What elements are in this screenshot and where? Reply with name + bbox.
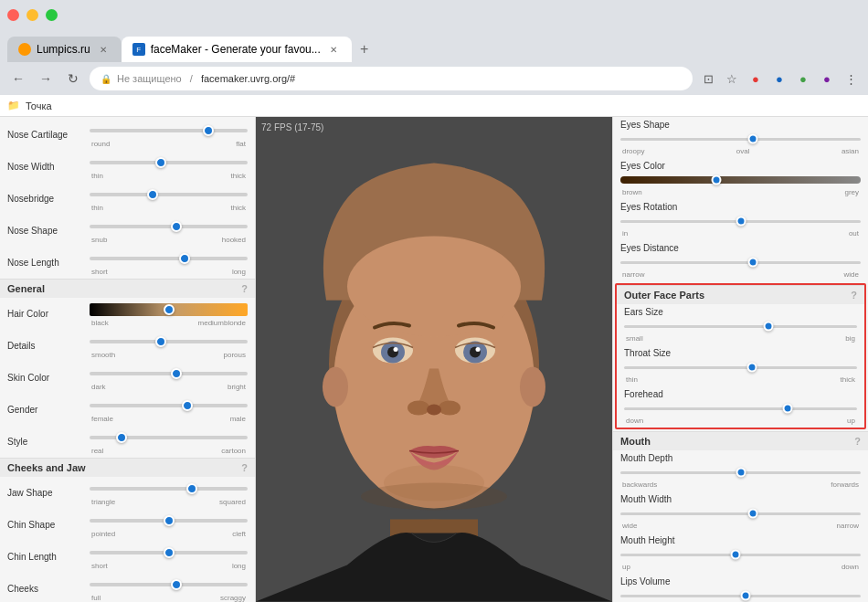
security-text: Не защищено — [117, 73, 182, 84]
eyes-color-label: Eyes Color — [620, 161, 861, 171]
nosebridge-slider[interactable] — [90, 185, 248, 204]
tab-bar: Lumpics.ru ✕ F faceMaker - Generate your… — [0, 29, 868, 62]
tab-label-lumpics: Lumpics.ru — [37, 43, 90, 56]
chin-shape-control: Chin Shape pointedcleft — [0, 509, 255, 541]
mouth-height-slider[interactable] — [620, 546, 861, 563]
details-control: Details smoothporous — [0, 330, 255, 362]
cheeks-jaw-help-icon[interactable]: ? — [241, 462, 248, 473]
nose-length-label: Nose Length — [7, 258, 90, 268]
address-bar: ← → ↻ 🔒 Не защищено / facemaker.uvrg.org… — [0, 62, 868, 95]
eyes-color-slider[interactable] — [620, 172, 861, 188]
outer-face-title: Outer Face Parts — [624, 290, 704, 301]
nose-length-slider[interactable] — [90, 249, 248, 268]
style-control: Style realcartoon — [0, 426, 255, 458]
outer-face-parts-section: Outer Face Parts ? Ears Size smallbig Th… — [615, 283, 866, 429]
mouth-width-label: Mouth Width — [620, 494, 861, 504]
extension1-icon[interactable]: ● — [746, 69, 766, 89]
nose-cartilage-slider[interactable] — [90, 121, 248, 140]
lips-volume-control: Lips Volume thinfull — [613, 574, 868, 602]
close-button[interactable] — [7, 9, 19, 21]
extension4-icon[interactable]: ● — [817, 69, 837, 89]
mouth-title: Mouth — [620, 436, 651, 447]
nose-shape-slider[interactable] — [90, 217, 248, 236]
gender-label: Gender — [7, 405, 90, 415]
general-help-icon[interactable]: ? — [241, 283, 248, 294]
gender-control: Gender femalemale — [0, 394, 255, 426]
mouth-height-control: Mouth Height updown — [613, 533, 868, 574]
nose-width-control: Nose Width thinthick — [0, 151, 255, 183]
svg-point-18 — [439, 401, 460, 416]
nose-width-label: Nose Width — [7, 162, 90, 172]
mouth-depth-slider[interactable] — [620, 464, 861, 481]
svg-point-7 — [323, 367, 348, 407]
jaw-shape-slider[interactable] — [90, 480, 248, 498]
address-input[interactable]: 🔒 Не защищено / facemaker.uvrg.org/# — [90, 67, 693, 90]
mouth-depth-control: Mouth Depth backwardsforwards — [613, 450, 868, 491]
gender-slider[interactable] — [90, 396, 248, 415]
eyes-shape-slider[interactable] — [620, 131, 861, 147]
hair-color-label: Hair Color — [7, 309, 90, 319]
translate-icon[interactable]: ⊡ — [698, 69, 718, 89]
mouth-depth-label: Mouth Depth — [620, 453, 861, 463]
left-panel: Nose Cartilage roundflat Nose Width thin… — [0, 117, 256, 602]
chin-shape-label: Chin Shape — [7, 520, 90, 530]
throat-size-slider[interactable] — [624, 359, 857, 375]
forehead-label: Forehead — [624, 389, 857, 399]
forward-button[interactable]: → — [35, 68, 57, 90]
details-label: Details — [7, 341, 90, 351]
eyes-rotation-slider[interactable] — [620, 213, 861, 229]
cheeks-slider[interactable] — [90, 576, 248, 594]
chin-length-slider[interactable] — [90, 544, 248, 562]
eyes-shape-control: Eyes Shape droopyovalasian — [613, 117, 868, 158]
mouth-width-control: Mouth Width widenarrow — [613, 491, 868, 533]
cheeks-jaw-section-header: Cheeks and Jaw ? — [0, 458, 255, 477]
nose-width-slider[interactable] — [90, 153, 248, 172]
tab-add-button[interactable]: + — [352, 37, 377, 62]
face-rendering — [256, 117, 612, 602]
tab-favicon-facemaker: F — [132, 43, 145, 56]
tab-close-lumpics[interactable]: ✕ — [96, 42, 111, 57]
tab-close-facemaker[interactable]: ✕ — [326, 42, 341, 57]
bookmark-icon[interactable]: ☆ — [722, 69, 742, 89]
maximize-button[interactable] — [46, 9, 58, 21]
forehead-slider[interactable] — [624, 400, 857, 417]
eyes-distance-label: Eyes Distance — [620, 243, 861, 253]
chin-length-control: Chin Length shortlong — [0, 541, 255, 573]
outer-face-header: Outer Face Parts ? — [617, 285, 864, 304]
svg-point-19 — [427, 405, 441, 416]
chin-shape-slider[interactable] — [90, 512, 248, 530]
minimize-button[interactable] — [26, 9, 38, 21]
main-layout: Nose Cartilage roundflat Nose Width thin… — [0, 117, 868, 602]
mouth-width-slider[interactable] — [620, 505, 861, 522]
nosebridge-control: Nosebridge thinthick — [0, 183, 255, 215]
tab-lumpics[interactable]: Lumpics.ru ✕ — [7, 37, 122, 62]
lips-volume-slider[interactable] — [620, 587, 861, 602]
nosebridge-label: Nosebridge — [7, 194, 90, 204]
outer-face-help-icon[interactable]: ? — [851, 290, 857, 301]
style-slider[interactable] — [90, 428, 248, 447]
tab-facemaker[interactable]: F faceMaker - Generate your favou... ✕ — [122, 37, 352, 62]
hair-color-slider[interactable] — [90, 301, 248, 319]
jaw-shape-control: Jaw Shape trianglesquared — [0, 477, 255, 509]
menu-icon[interactable]: ⋮ — [841, 69, 861, 89]
nose-shape-label: Nose Shape — [7, 226, 90, 236]
tab-favicon-lumpics — [18, 43, 31, 56]
throat-size-control: Throat Size thinthick — [617, 345, 864, 386]
mouth-height-label: Mouth Height — [620, 535, 861, 545]
url-text: facemaker.uvrg.org/# — [201, 73, 295, 84]
details-slider[interactable] — [90, 333, 248, 351]
style-label: Style — [7, 437, 90, 447]
mouth-help-icon[interactable]: ? — [854, 436, 861, 447]
eyes-distance-slider[interactable] — [620, 254, 861, 270]
extension2-icon[interactable]: ● — [769, 69, 789, 89]
ears-size-label: Ears Size — [624, 307, 857, 317]
right-panel: Eyes Shape droopyovalasian Eyes Color br… — [612, 117, 868, 602]
skin-color-slider[interactable] — [90, 364, 248, 383]
face-3d-viewport: 72 FPS (17-75) — [256, 117, 612, 602]
skin-color-control: Skin Color darkbright — [0, 362, 255, 394]
reload-button[interactable]: ↻ — [62, 68, 84, 90]
cheeks-control: Cheeks fullscraggy — [0, 573, 255, 602]
ears-size-slider[interactable] — [624, 318, 857, 334]
back-button[interactable]: ← — [7, 68, 29, 90]
extension3-icon[interactable]: ● — [793, 69, 813, 89]
